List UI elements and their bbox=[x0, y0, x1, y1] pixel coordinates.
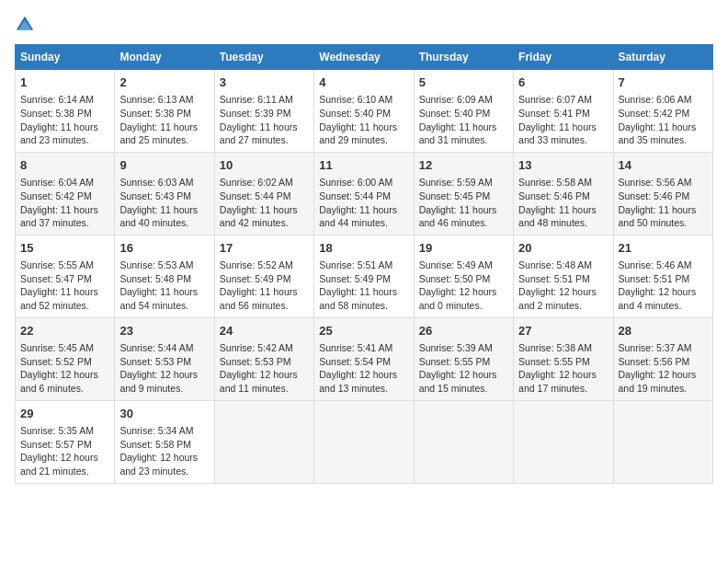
day-info: and 0 minutes. bbox=[419, 299, 508, 313]
day-info: Sunrise: 5:45 AM bbox=[20, 341, 109, 355]
day-info: Sunrise: 6:13 AM bbox=[119, 93, 209, 107]
column-header-monday: Monday bbox=[115, 45, 214, 70]
day-info: Sunset: 5:44 PM bbox=[220, 190, 309, 203]
calendar-table: SundayMondayTuesdayWednesdayThursdayFrid… bbox=[15, 44, 713, 484]
day-info: Sunset: 5:52 PM bbox=[20, 355, 109, 369]
day-info: Sunrise: 6:09 AM bbox=[419, 93, 508, 107]
calendar-cell: 7Sunrise: 6:06 AMSunset: 5:42 PMDaylight… bbox=[613, 70, 712, 153]
day-number: 8 bbox=[20, 157, 109, 174]
day-number: 2 bbox=[119, 75, 209, 91]
day-number: 11 bbox=[319, 157, 408, 174]
calendar-cell: 9Sunrise: 6:03 AMSunset: 5:43 PMDaylight… bbox=[115, 152, 214, 235]
day-info: and 17 minutes. bbox=[518, 382, 608, 396]
calendar-cell: 30Sunrise: 5:34 AMSunset: 5:58 PMDayligh… bbox=[115, 400, 214, 483]
day-number: 19 bbox=[419, 240, 508, 257]
day-info: Sunset: 5:53 PM bbox=[119, 355, 209, 369]
day-info: Sunset: 5:40 PM bbox=[419, 107, 508, 121]
day-info: Daylight: 11 hours bbox=[419, 203, 508, 217]
day-info: and 40 minutes. bbox=[119, 216, 209, 230]
calendar-cell: 3Sunrise: 6:11 AMSunset: 5:39 PMDaylight… bbox=[214, 70, 313, 153]
day-info: and 31 minutes. bbox=[419, 133, 508, 147]
day-info: Sunrise: 5:53 AM bbox=[119, 259, 209, 272]
day-info: and 46 minutes. bbox=[419, 216, 508, 230]
day-info: Sunset: 5:54 PM bbox=[319, 355, 408, 369]
day-info: Sunrise: 5:58 AM bbox=[518, 176, 608, 190]
day-info: Sunrise: 6:07 AM bbox=[518, 93, 608, 107]
day-info: Daylight: 12 hours bbox=[419, 368, 508, 382]
day-info: Sunset: 5:51 PM bbox=[518, 272, 608, 286]
day-info: Sunset: 5:41 PM bbox=[518, 107, 608, 121]
calendar-cell: 25Sunrise: 5:41 AMSunset: 5:54 PMDayligh… bbox=[314, 317, 414, 400]
day-info: Sunset: 5:38 PM bbox=[119, 107, 209, 121]
day-info: Daylight: 11 hours bbox=[619, 203, 708, 217]
day-info: Sunset: 5:39 PM bbox=[220, 107, 309, 121]
day-number: 30 bbox=[119, 406, 209, 422]
day-info: Sunrise: 6:03 AM bbox=[119, 176, 209, 190]
day-info: Daylight: 12 hours bbox=[619, 368, 708, 382]
calendar-cell: 12Sunrise: 5:59 AMSunset: 5:45 PMDayligh… bbox=[414, 152, 513, 235]
calendar-cell: 29Sunrise: 5:35 AMSunset: 5:57 PMDayligh… bbox=[16, 400, 115, 483]
day-info: Daylight: 12 hours bbox=[220, 368, 309, 382]
calendar-cell: 14Sunrise: 5:56 AMSunset: 5:46 PMDayligh… bbox=[613, 152, 712, 235]
day-info: Daylight: 12 hours bbox=[619, 285, 708, 299]
logo-icon bbox=[15, 15, 35, 35]
day-info: and 23 minutes. bbox=[20, 133, 109, 147]
calendar-body: 1Sunrise: 6:14 AMSunset: 5:38 PMDaylight… bbox=[16, 70, 713, 484]
day-number: 28 bbox=[619, 323, 708, 339]
day-number: 21 bbox=[619, 240, 708, 257]
day-info: Sunset: 5:47 PM bbox=[20, 272, 109, 286]
calendar-cell: 5Sunrise: 6:09 AMSunset: 5:40 PMDaylight… bbox=[414, 70, 513, 153]
day-info: Sunrise: 5:42 AM bbox=[220, 341, 309, 355]
day-info: and 56 minutes. bbox=[220, 299, 309, 313]
day-info: Daylight: 11 hours bbox=[20, 121, 109, 134]
day-info: and 6 minutes. bbox=[20, 382, 109, 396]
calendar-cell: 13Sunrise: 5:58 AMSunset: 5:46 PMDayligh… bbox=[514, 152, 613, 235]
calendar-cell: 19Sunrise: 5:49 AMSunset: 5:50 PMDayligh… bbox=[414, 235, 513, 317]
day-info: and 2 minutes. bbox=[518, 299, 608, 313]
day-number: 5 bbox=[419, 75, 508, 91]
day-info: and 35 minutes. bbox=[619, 133, 708, 147]
calendar-cell bbox=[613, 400, 712, 483]
day-info: Daylight: 11 hours bbox=[119, 121, 209, 134]
day-info: Sunrise: 6:11 AM bbox=[220, 93, 309, 107]
day-info: and 37 minutes. bbox=[20, 216, 109, 230]
day-info: Daylight: 11 hours bbox=[319, 121, 408, 134]
day-info: Sunrise: 5:59 AM bbox=[419, 176, 508, 190]
day-info: and 58 minutes. bbox=[319, 299, 408, 313]
day-info: Sunset: 5:50 PM bbox=[419, 272, 508, 286]
day-info: and 19 minutes. bbox=[619, 382, 708, 396]
day-info: Daylight: 11 hours bbox=[119, 203, 209, 217]
day-number: 9 bbox=[119, 157, 209, 174]
day-info: Sunrise: 5:35 AM bbox=[20, 424, 109, 438]
day-number: 12 bbox=[419, 157, 508, 174]
day-info: and 29 minutes. bbox=[319, 133, 408, 147]
calendar-week-3: 15Sunrise: 5:55 AMSunset: 5:47 PMDayligh… bbox=[16, 235, 713, 317]
column-header-saturday: Saturday bbox=[613, 45, 712, 70]
day-number: 3 bbox=[220, 75, 309, 91]
day-info: Sunset: 5:55 PM bbox=[419, 355, 508, 369]
day-info: Sunset: 5:43 PM bbox=[119, 190, 209, 203]
day-number: 20 bbox=[518, 240, 608, 257]
calendar-cell: 27Sunrise: 5:38 AMSunset: 5:55 PMDayligh… bbox=[514, 317, 613, 400]
calendar-cell: 24Sunrise: 5:42 AMSunset: 5:53 PMDayligh… bbox=[214, 317, 313, 400]
day-number: 22 bbox=[20, 323, 109, 339]
calendar-cell: 1Sunrise: 6:14 AMSunset: 5:38 PMDaylight… bbox=[16, 70, 115, 153]
calendar-cell: 28Sunrise: 5:37 AMSunset: 5:56 PMDayligh… bbox=[613, 317, 712, 400]
calendar-cell: 26Sunrise: 5:39 AMSunset: 5:55 PMDayligh… bbox=[414, 317, 513, 400]
day-info: Sunrise: 6:10 AM bbox=[319, 93, 408, 107]
day-info: Sunrise: 5:41 AM bbox=[319, 341, 408, 355]
day-info: Sunset: 5:42 PM bbox=[619, 107, 708, 121]
day-info: Daylight: 11 hours bbox=[220, 285, 309, 299]
calendar-cell bbox=[314, 400, 414, 483]
calendar-cell: 11Sunrise: 6:00 AMSunset: 5:44 PMDayligh… bbox=[314, 152, 414, 235]
calendar-week-5: 29Sunrise: 5:35 AMSunset: 5:57 PMDayligh… bbox=[16, 400, 713, 483]
day-info: Sunrise: 5:46 AM bbox=[619, 259, 708, 272]
day-info: Sunrise: 6:00 AM bbox=[319, 176, 408, 190]
column-header-tuesday: Tuesday bbox=[214, 45, 313, 70]
day-info: Sunrise: 5:37 AM bbox=[619, 341, 708, 355]
day-info: Sunset: 5:45 PM bbox=[419, 190, 508, 203]
day-info: Sunset: 5:40 PM bbox=[319, 107, 408, 121]
day-info: Daylight: 11 hours bbox=[518, 121, 608, 134]
day-info: and 54 minutes. bbox=[119, 299, 209, 313]
page-header bbox=[15, 15, 713, 35]
